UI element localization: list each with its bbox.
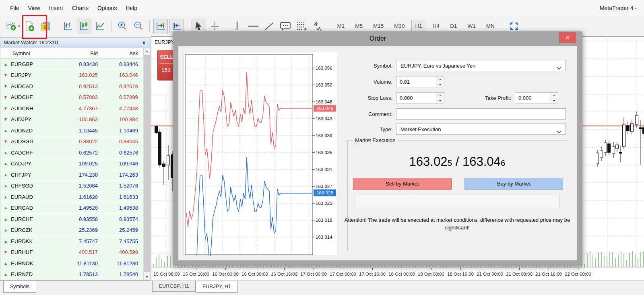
bid-price: 0.62572: [58, 150, 98, 156]
close-icon[interactable]: x: [141, 39, 147, 45]
timeframe-mn[interactable]: MN: [482, 20, 499, 32]
symbol-name: AUDNZD: [11, 128, 58, 134]
symbol-name: EURDKK: [11, 238, 58, 244]
tab-symbols[interactable]: Symbols: [3, 281, 36, 293]
column-ask[interactable]: Ask: [98, 50, 138, 56]
timeframe-h4[interactable]: H4: [429, 20, 444, 32]
market-watch-row-audnzd[interactable]: ▲AUDNZD1.104451.10469: [0, 125, 143, 136]
timeframe-h1[interactable]: H1: [411, 20, 426, 32]
market-watch-row-eurnzd[interactable]: ▲EURNZD1.785131.78540: [0, 269, 143, 281]
menu-insert[interactable]: Insert: [45, 3, 68, 13]
zoom-out-button[interactable]: [131, 19, 146, 33]
profiles-button[interactable]: $: [39, 19, 53, 33]
ask-price: 1.10469: [98, 128, 138, 134]
time-label: 16 Oct 00:00: [212, 272, 239, 276]
ask-price: 1.61633: [98, 194, 138, 200]
market-watch-row-euraud[interactable]: ▲EURAUD1.616201.61633: [0, 192, 143, 203]
menu-charts[interactable]: Charts: [68, 3, 93, 13]
ask-price: 4.77448: [98, 105, 138, 111]
tab-eurgbp-h1[interactable]: EURGBP, H1: [152, 281, 196, 292]
stop-loss-input[interactable]: [396, 92, 436, 103]
attention-text: Attention! The trade will be executed at…: [343, 217, 571, 232]
volume-input[interactable]: [396, 76, 436, 87]
time-label: 17 Oct 08:00: [330, 272, 356, 276]
symbol-name: EURJPY: [11, 72, 58, 78]
autoscroll-button[interactable]: [153, 19, 168, 33]
market-watch-row-eurgbp[interactable]: ▲EURGBP0.834300.83446: [0, 59, 143, 70]
market-watch-row-audcnh[interactable]: ▼AUDCNH4.773674.77448: [0, 103, 143, 114]
timeframe-m15[interactable]: M15: [369, 20, 388, 32]
arrows-icon: JE: [312, 21, 323, 31]
line-chart-button[interactable]: [93, 19, 107, 33]
bid-price: 1.49520: [58, 205, 98, 211]
timeframe-m30[interactable]: M30: [390, 20, 409, 32]
timeframe-m5[interactable]: M5: [351, 20, 367, 32]
take-profit-stepper[interactable]: ▲▼: [550, 92, 558, 103]
new-chart-button[interactable]: [4, 19, 19, 33]
market-watch-row-eurnok[interactable]: ▲EURNOK11.8113011.81280: [0, 258, 143, 269]
symbol-name: EURAUD: [11, 194, 58, 200]
menu-options[interactable]: Options: [93, 3, 121, 13]
bar-chart-button[interactable]: [61, 19, 75, 33]
market-watch-row-audjpy[interactable]: ▼AUDJPY100.863100.884: [0, 114, 143, 126]
market-watch-row-chfjpy[interactable]: ▲CHFJPY174.238174.263: [0, 169, 143, 181]
timeframe-group: M1M5M15M30H1H4D1W1MN: [332, 20, 500, 32]
market-watch-row-cadchf[interactable]: ▲CADCHF0.625720.62576: [0, 147, 143, 159]
market-watch-row-chfsgd[interactable]: ▲CHFSGD1.520641.52076: [0, 181, 143, 192]
zoom-in-button[interactable]: [115, 19, 130, 33]
market-watch-titlebar[interactable]: Market Watch: 16:23:01 x: [0, 38, 150, 47]
bid-price: 0.57882: [58, 94, 98, 100]
menu-file[interactable]: File: [6, 3, 24, 13]
up-arrow-icon: ▲: [4, 239, 11, 243]
new-page-button[interactable]: [23, 19, 37, 33]
line-chart-icon: [95, 21, 105, 31]
scroll-up-icon[interactable]: ▲: [144, 48, 150, 54]
scrollbar-thumb[interactable]: [144, 55, 150, 272]
scroll-down-icon[interactable]: ▼: [144, 274, 150, 280]
symbol-name: CADJPY: [11, 161, 58, 167]
volume-stepper[interactable]: ▲▼: [436, 76, 444, 87]
market-watch-row-eurdkk[interactable]: ▲EURDKK7.457477.45755: [0, 236, 143, 247]
menu-help[interactable]: Help: [121, 3, 142, 13]
trendline-icon: [264, 21, 275, 31]
symbol-name: EURCZK: [11, 227, 58, 233]
market-watch-row-cadjpy[interactable]: ▲CADJPY109.025109.046: [0, 159, 143, 170]
market-watch-scrollbar[interactable]: ▲ ▼: [143, 48, 150, 280]
market-watch-row-eurcad[interactable]: ▲EURCAD1.495201.49538: [0, 203, 143, 214]
comment-input[interactable]: [396, 108, 566, 120]
new-chart-caret-icon[interactable]: ▾: [18, 24, 20, 28]
market-watch-row-eurczk[interactable]: ▲EURCZK25.236925.2459: [0, 225, 143, 236]
symbol-name: AUDCNH: [11, 105, 58, 111]
down-arrow-icon: ▼: [4, 73, 11, 77]
timeframe-m1[interactable]: M1: [333, 20, 349, 32]
market-watch-row-eurchf[interactable]: ▲EURCHF0.935580.93574: [0, 214, 143, 225]
up-arrow-icon: ▲: [4, 184, 11, 188]
sell-by-market-button[interactable]: Sell by Market: [353, 178, 452, 190]
column-symbol[interactable]: Symbol: [12, 50, 58, 56]
tick-chart: 163.056163.052163.048163.043163.039163.0…: [184, 52, 337, 256]
symbol-select[interactable]: EURJPY, Euro vs Japanese Yen: [396, 60, 566, 71]
column-bid[interactable]: Bid: [58, 50, 98, 56]
market-watch-row-audsgd[interactable]: ▼AUDSGD0.880220.88045: [0, 136, 143, 148]
symbol-name: EURNZD: [11, 271, 58, 277]
menu-bar: FileViewInsertChartsOptionsHelp: [0, 0, 644, 16]
market-watch-row-audchf[interactable]: ▼AUDCHF0.578820.57899: [0, 92, 143, 103]
market-watch-row-eurjpy[interactable]: ▼EURJPY163.025163.046: [0, 70, 143, 81]
order-result-box: [355, 195, 559, 208]
stop-loss-stepper[interactable]: ▲▼: [436, 92, 444, 103]
svg-text:F: F: [304, 27, 307, 31]
order-dialog-title: Order: [173, 31, 582, 46]
svg-text:163.035: 163.035: [316, 150, 332, 155]
ask-price: 1.52076: [98, 183, 138, 189]
candlestick-chart-button[interactable]: [77, 19, 91, 33]
market-watch-row-audcad[interactable]: ▼AUDCAD0.925130.92518: [0, 81, 143, 92]
buy-by-market-button[interactable]: Buy by Market: [464, 178, 563, 190]
timeframe-w1[interactable]: W1: [463, 20, 479, 32]
tab-eurjpy-h1[interactable]: EURJPY, H1: [196, 281, 238, 293]
type-select[interactable]: Market Execution: [396, 124, 566, 135]
take-profit-input[interactable]: [515, 92, 550, 103]
close-button[interactable]: ✕: [559, 32, 576, 43]
menu-view[interactable]: View: [24, 3, 45, 13]
timeframe-d1[interactable]: D1: [446, 20, 461, 32]
market-watch-row-eurhuf[interactable]: ▼EURHUF400.517400.598: [0, 247, 143, 258]
